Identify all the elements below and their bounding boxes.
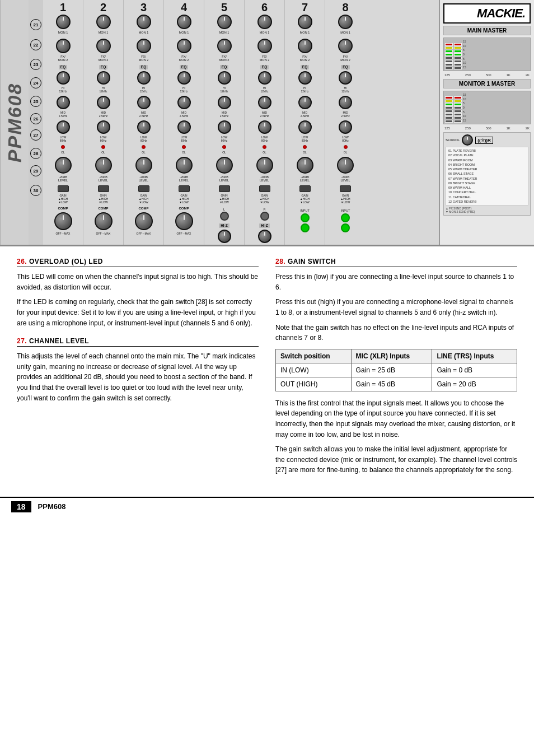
row-num-23: 23 [30,59,41,70]
row-num-30: 30 [30,185,41,196]
ch3-mon1-knob[interactable] [137,15,151,29]
ch6-gain-switch[interactable] [259,185,270,192]
ch3-hi-knob[interactable] [137,71,151,85]
ch4-level-knob[interactable] [176,157,193,174]
fx-send-knob[interactable] [462,134,473,146]
ch3-mon2-knob[interactable] [137,39,151,53]
ch8-low-knob[interactable] [339,120,352,134]
ch5-ol-led [222,145,226,149]
ch5-mon2-knob[interactable] [217,39,232,53]
ch3-number: 3 [140,2,147,13]
section-27: 27. CHANNEL LEVEL This adjusts the level… [17,337,259,403]
ch5-low-knob[interactable] [218,120,231,134]
ch3-gain-switch[interactable] [138,185,149,192]
channel-5: 5 MON 1 FX/MON 2 EQ HI12kHz MID2.5kHz LO… [204,0,245,245]
ch1-comp-knob[interactable] [54,212,72,230]
ch1-low-knob[interactable] [57,120,70,134]
ch2-gain-switch[interactable] [98,185,109,192]
ch7-number: 7 [302,2,308,13]
section-26-heading: 26. OVERLOAD (OL) LED [17,258,259,267]
channel-4: 4 MON 1 FX/MON 2 EQ HI12kHz MID2.5kHz LO… [164,0,204,245]
channel-6: 6 MON 1 FX/MON 2 EQ HI12kHz MID2.5kHz LO… [245,0,285,245]
ch5-gain-switch[interactable] [219,185,230,192]
ch7-low-knob[interactable] [298,120,312,134]
ch2-mon1-knob[interactable] [96,15,111,29]
ch4-low-knob[interactable] [177,120,191,134]
row-numbers-column: 21 22 23 24 25 26 27 28 29 30 [29,0,43,245]
ch6-level-knob[interactable] [256,157,273,174]
ch4-comp-knob[interactable] [175,212,193,230]
ch5-mon1-knob[interactable] [217,15,232,29]
fx-send-label: SFX/VOL [446,138,460,142]
ch1-level-knob[interactable] [55,157,72,174]
section-26-para1: This LED will come on when the channel's… [17,272,259,292]
ch6-mid-knob[interactable] [258,96,271,109]
ch2-low-knob[interactable] [97,120,110,134]
ch8-level-knob[interactable] [337,157,354,174]
gain-table-r1c3: Gain = 0 dB [432,363,517,377]
ch1-mon1-knob[interactable] [56,15,71,29]
ch7-hi-knob[interactable] [298,71,312,85]
gain-table-r1c1: IN (LOW) [276,363,352,377]
ch7-mon2-knob[interactable] [298,39,312,53]
reverb-unit-label: ((☆))R [475,137,493,144]
section-27-para1: This adjusts the level of each channel o… [17,351,259,403]
ch6-mon2-knob[interactable] [257,39,272,53]
ch2-level-knob[interactable] [95,157,112,174]
ch6-hiz-switch[interactable] [258,230,271,243]
monitor1-master-label: MONITOR 1 MASTER [443,79,531,88]
ch7-gain-switch[interactable] [299,185,311,192]
ch8-gain-switch[interactable] [340,185,351,192]
gain-table-header-3: LINE (TRS) Inputs [432,349,517,363]
ch4-gain-switch[interactable] [179,185,190,192]
ch2-comp-knob[interactable] [95,212,113,230]
ch2-hi-knob[interactable] [97,71,110,85]
section-28-para2: Press this out (high) if you are connect… [275,297,517,318]
ch1-gain-switch[interactable] [58,185,69,192]
ch2-comp-label: COMP [99,207,109,211]
ch6-mon1-knob[interactable] [257,15,272,29]
ch6-input-r: R [260,208,269,221]
ch3-low-knob[interactable] [137,120,151,134]
ch3-comp-knob[interactable] [135,212,153,230]
effects-section: SFX/VOL ((☆))R 01 PLATE REVERB 02 VOCAL … [443,132,531,216]
section-28-para5: The gain switch allows you to make the i… [275,444,517,475]
gain-table-r2c2: Gain = 45 dB [351,377,432,391]
ch7-ol-led [303,145,307,149]
ch2-mid-knob[interactable] [97,96,110,109]
ch5-input-l: L [220,208,229,221]
page-number: 18 [11,501,31,512]
ch2-mon2-knob[interactable] [96,39,111,53]
row-num-29: 29 [30,165,41,176]
ch8-hi-knob[interactable] [339,71,352,85]
ch1-mid-knob[interactable] [57,96,70,109]
ch4-hi-knob[interactable] [177,71,191,85]
ch4-mon2-knob[interactable] [177,39,191,53]
ch2-ol-led [101,145,105,149]
ch6-hi-knob[interactable] [258,71,271,85]
ch8-mid-knob[interactable] [339,96,352,109]
ch7-mid-knob[interactable] [298,96,312,109]
ch6-low-knob[interactable] [258,120,271,134]
ch1-hi-knob[interactable] [57,71,70,85]
ch1-mon2-knob[interactable] [56,39,71,53]
ch3-mid-knob[interactable] [137,96,151,109]
ch4-mon1-knob[interactable] [177,15,191,29]
ch5-hi-knob[interactable] [218,71,231,85]
ch8-mon1-knob[interactable] [338,15,353,29]
monitor1-master-meter: 15105051015 [443,91,531,124]
ch4-mid-knob[interactable] [177,96,191,109]
content-area: 26. OVERLOAD (OL) LED This LED will come… [0,246,534,491]
ch3-ol-led [142,145,146,149]
ch7-mon1-knob[interactable] [298,15,312,29]
row-num-22: 22 [30,39,41,50]
ch5-mid-knob[interactable] [218,96,231,109]
ch8-number: 8 [342,2,348,13]
ch3-level-knob[interactable] [135,157,152,174]
ch7-level-knob[interactable] [297,157,313,174]
ch8-mon2-knob[interactable] [338,39,353,53]
ch5-hiz-switch[interactable] [218,230,231,243]
section-28: 28. GAIN SWITCH Press this in (low) if y… [275,258,517,475]
ch5-level-knob[interactable] [216,157,233,174]
row-num-21: 21 [30,19,41,30]
